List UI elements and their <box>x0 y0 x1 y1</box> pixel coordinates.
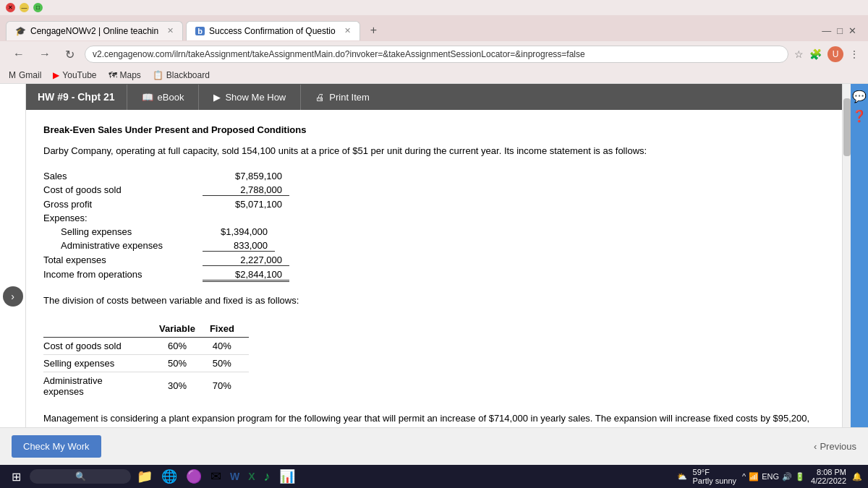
taskbar-time-display: 8:08 PM <box>811 468 846 476</box>
ebook-button[interactable]: 📖 eBook <box>127 85 199 110</box>
income-row-admin: Administrative expenses 833,000 <box>43 240 825 252</box>
ebook-label: eBook <box>158 92 184 103</box>
cost-row-cogs: Cost of goods sold 60% 40% <box>43 337 249 354</box>
sales-label: Sales <box>43 171 203 181</box>
sales-value: $7,859,100 <box>203 171 289 181</box>
tab-close-2[interactable]: ✕ <box>344 26 351 35</box>
taskbar-app4[interactable]: 📊 <box>276 467 298 486</box>
taskbar-weather: 59°F Partly sunny <box>693 468 737 485</box>
help-icon-1[interactable]: 💬 <box>852 90 867 103</box>
taskbar-mail[interactable]: ✉ <box>208 467 224 486</box>
refresh-button[interactable]: ↻ <box>61 46 79 63</box>
income-row-gross: Gross profit $5,071,100 <box>43 199 825 210</box>
cost-cogs-label: Cost of goods sold <box>43 337 159 354</box>
blackboard-icon: 📋 <box>153 70 163 80</box>
nav-forward-arrow[interactable]: › <box>3 286 23 307</box>
income-row-total-expenses: Total expenses 2,227,000 <box>43 254 825 266</box>
taskbar-clock[interactable]: 8:08 PM 4/22/2022 <box>811 468 846 485</box>
show-me-how-label: Show Me How <box>225 92 286 103</box>
previous-button[interactable]: ‹ Previous <box>814 441 856 452</box>
bookmark-maps[interactable]: 🗺 Maps <box>109 70 141 80</box>
bookmarks-bar: M Gmail ▶ YouTube 🗺 Maps 📋 Blackboard <box>0 67 868 84</box>
volume-icon[interactable]: 🔊 <box>782 472 792 481</box>
income-row-sales: Sales $7,859,100 <box>43 171 825 181</box>
admin-indent-value: 833,000 <box>203 240 275 252</box>
restore-icon[interactable]: □ <box>837 25 843 36</box>
taskbar-word[interactable]: W <box>227 469 242 484</box>
menu-icon[interactable]: ⋮ <box>849 48 859 60</box>
cost-admin-variable: 30% <box>159 372 210 400</box>
taskbar-app3[interactable]: 🟣 <box>183 467 205 486</box>
start-button[interactable]: ⊞ <box>6 467 27 487</box>
taskbar-chrome[interactable]: 🌐 <box>158 467 180 486</box>
tab-favicon-1: 🎓 <box>15 26 26 36</box>
minimize-button[interactable]: — <box>20 3 29 12</box>
maximize-button[interactable]: □ <box>33 3 43 12</box>
minimize-icon[interactable]: — <box>822 25 831 36</box>
section-title: Break-Even Sales Under Present and Propo… <box>43 124 825 135</box>
taskbar-excel[interactable]: X <box>245 469 258 484</box>
youtube-label: YouTube <box>62 70 96 80</box>
income-row-expenses-header: Expenses: <box>43 213 825 223</box>
new-tab-button[interactable]: + <box>363 20 384 41</box>
forward-button[interactable]: → <box>35 46 55 62</box>
taskbar-weather-icon: ⛅ <box>677 472 687 481</box>
income-row-selling: Selling expenses $1,394,000 <box>43 226 825 237</box>
problem-text: Darby Company, operating at full capacit… <box>43 144 825 159</box>
selling-indent-value: $1,394,000 <box>203 226 275 237</box>
show-me-how-icon: ▶ <box>213 92 221 103</box>
cost-selling-label: Selling expenses <box>43 354 159 372</box>
ebook-icon: 📖 <box>142 92 153 103</box>
taskbar-explorer[interactable]: 📁 <box>134 467 156 486</box>
income-row-income-ops: Income from operations $2,844,100 <box>43 269 825 282</box>
print-item-button[interactable]: 🖨 Print Item <box>300 85 384 110</box>
bookmark-gmail[interactable]: M Gmail <box>9 70 41 80</box>
prev-label: Previous <box>820 441 856 452</box>
tab-cengagenow[interactable]: 🎓 CengageNOWv2 | Online teachin ✕ <box>6 21 183 40</box>
print-label: Print Item <box>329 92 370 103</box>
wifi-icon[interactable]: 📶 <box>749 472 759 481</box>
notification-icon[interactable]: 🔔 <box>852 472 862 481</box>
blackboard-label: Blackboard <box>166 70 210 80</box>
chevron-icon[interactable]: ^ <box>742 472 746 481</box>
show-me-how-button[interactable]: ▶ Show Me How <box>198 85 300 110</box>
income-table: Sales $7,859,100 Cost of goods sold 2,78… <box>43 171 825 282</box>
youtube-icon: ▶ <box>53 70 59 80</box>
check-my-work-button[interactable]: Check My Work <box>12 435 101 458</box>
taskbar-search[interactable]: 🔍 <box>30 469 131 484</box>
gmail-label: Gmail <box>19 70 41 80</box>
bookmark-blackboard[interactable]: 📋 Blackboard <box>153 70 210 80</box>
col-header-variable: Variable <box>159 320 210 338</box>
bookmark-youtube[interactable]: ▶ YouTube <box>53 70 96 80</box>
help-icon-2[interactable]: ❓ <box>852 109 867 123</box>
profile-icon[interactable]: U <box>827 46 843 62</box>
tab-success[interactable]: b Success Confirmation of Questio ✕ <box>186 21 359 40</box>
col-header-empty <box>43 320 159 338</box>
scrollbar-thumb[interactable] <box>843 98 851 156</box>
gross-label: Gross profit <box>43 199 203 210</box>
address-bar: ← → ↻ ☆ 🧩 U ⋮ <box>0 41 868 67</box>
back-button[interactable]: ← <box>9 46 29 62</box>
cost-cogs-variable: 60% <box>159 337 210 354</box>
prev-arrow-icon: ‹ <box>814 441 817 452</box>
extensions-icon[interactable]: 🧩 <box>809 48 822 60</box>
window-close-icon[interactable]: ✕ <box>848 25 856 36</box>
bottom-bar: Check My Work ‹ Previous <box>0 427 868 465</box>
cost-admin-label: Administrativeexpenses <box>43 372 159 400</box>
income-row-cogs: Cost of goods sold 2,788,000 <box>43 184 825 196</box>
close-button[interactable]: ✕ <box>6 3 15 12</box>
tab-bar: 🎓 CengageNOWv2 | Online teachin ✕ b Succ… <box>0 15 868 41</box>
cost-cogs-fixed: 40% <box>210 337 249 354</box>
cost-selling-variable: 50% <box>159 354 210 372</box>
address-input[interactable] <box>85 46 788 63</box>
window-controls[interactable]: ✕ — □ <box>6 3 43 12</box>
tab-favicon-2: b <box>195 27 205 35</box>
bookmark-star-icon[interactable]: ☆ <box>794 48 804 60</box>
gross-value: $5,071,100 <box>203 199 289 210</box>
hw-toolbar: HW #9 - Chpt 21 📖 eBook ▶ Show Me How 🖨 … <box>26 84 842 110</box>
taskbar-spotify[interactable]: ♪ <box>261 468 273 486</box>
division-text: The division of costs between variable a… <box>43 294 825 309</box>
taskbar-date-display: 4/22/2022 <box>811 476 846 485</box>
tab-close-1[interactable]: ✕ <box>167 26 174 35</box>
cost-table: Variable Fixed Cost of goods sold 60% 40… <box>43 320 825 400</box>
